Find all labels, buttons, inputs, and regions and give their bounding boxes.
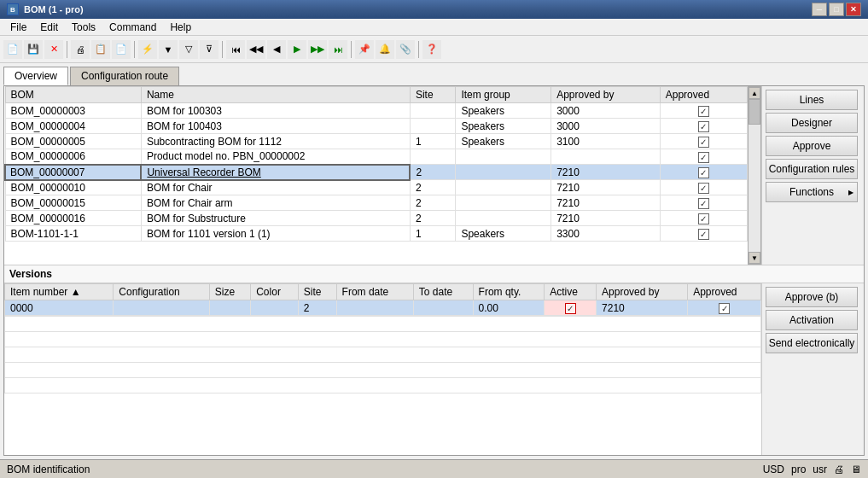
toolbar-delete[interactable]: ✕ [44,40,63,59]
send-electronically-button[interactable]: Send electronically [766,333,858,353]
vcol-size: Size [209,284,250,300]
approve-button[interactable]: Approve [766,136,858,156]
name-cell[interactable]: Universal Recorder BOM [141,165,410,180]
status-monitor-icon[interactable]: 🖥 [851,463,861,475]
approve-b-button[interactable]: Approve (b) [766,287,858,307]
col-itemgroup: Item group [456,87,551,103]
designer-button[interactable]: Designer [766,113,858,133]
name-cell[interactable]: BOM for 1101 version 1 (1) [141,226,410,242]
version-cell-3[interactable] [251,300,299,316]
vcol-active: Active [545,284,597,300]
approved-checkbox[interactable] [698,183,709,194]
approved-checkbox[interactable] [698,213,709,224]
approved-checkbox[interactable] [698,121,709,132]
toolbar-bell[interactable]: 🔔 [376,40,394,59]
approved-checkbox[interactable] [698,137,709,148]
version-cell-1[interactable] [114,300,209,316]
minimize-button[interactable]: ─ [812,3,827,16]
toolbar-prev-prev[interactable]: ◀◀ [247,40,265,59]
toolbar-save[interactable]: 💾 [24,40,43,59]
lines-button[interactable]: Lines [766,90,858,110]
toolbar-doc[interactable]: 📄 [112,40,131,59]
content-area: BOM Name Site Item group Approved by App… [3,85,865,456]
menu-help[interactable]: Help [163,20,198,34]
bom-cell[interactable]: BOM_00000010 [5,180,141,195]
scroll-track[interactable] [749,99,760,252]
scroll-down-arrow[interactable]: ▼ [749,252,760,264]
approved-cell [660,226,747,242]
version-cell-2[interactable] [209,300,250,316]
bom-cell[interactable]: BOM_00000003 [5,103,141,119]
version-cell-6[interactable] [413,300,473,316]
name-cell[interactable]: BOM for Substructure [141,211,410,226]
bom-cell[interactable]: BOM-1101-1-1 [5,226,141,242]
menu-command[interactable]: Command [102,20,163,34]
col-bom: BOM [5,87,141,103]
activation-button[interactable]: Activation [766,310,858,330]
vcol-approved: Approved [688,284,761,300]
app-icon: B [7,3,19,15]
toolbar-next-next[interactable]: ▶▶ [308,40,327,59]
name-cell[interactable]: BOM for 100303 [141,103,410,119]
status-print-icon[interactable]: 🖨 [834,463,844,475]
bom-cell[interactable]: BOM_00000016 [5,211,141,226]
approved-checkbox[interactable] [698,152,709,163]
toolbar-help[interactable]: ❓ [422,40,441,59]
approved-checkbox[interactable] [698,106,709,117]
window-title: BOM (1 - pro) [24,4,84,15]
toolbar-pin[interactable]: 📌 [355,40,374,59]
vcol-item-number[interactable]: Item number ▲ [5,284,114,300]
versions-table-container[interactable]: Item number ▲ Configuration Size Color S… [4,283,761,455]
bom-table-container[interactable]: BOM Name Site Item group Approved by App… [4,86,748,265]
configuration-rules-button[interactable]: Configuration rules [766,159,858,179]
version-active-cell [545,300,597,316]
bom-cell[interactable]: BOM_00000015 [5,195,141,211]
functions-button[interactable]: Functions ▶ [766,182,858,202]
approved-checkbox[interactable] [698,198,709,209]
menu-file[interactable]: File [3,20,33,34]
maximize-button[interactable]: □ [829,3,844,16]
toolbar-filter3[interactable]: ▽ [179,40,198,59]
approved-checkbox[interactable] [698,229,709,240]
version-cell-0[interactable]: 0000 [5,300,114,316]
approved-checkbox[interactable] [698,167,709,178]
bom-cell[interactable]: BOM_00000005 [5,134,141,149]
toolbar-filter1[interactable]: ⚡ [138,40,157,59]
bom-cell[interactable]: BOM_00000004 [5,119,141,134]
name-cell[interactable]: BOM for 100403 [141,119,410,134]
scroll-thumb[interactable] [749,99,760,125]
bom-cell[interactable]: BOM_00000007 [5,165,141,180]
tab-overview[interactable]: Overview [3,67,68,85]
vcol-from-date: From date [336,284,413,300]
toolbar-first[interactable]: ⏮ [226,40,245,59]
version-approved-checkbox[interactable] [719,303,730,314]
toolbar-copy[interactable]: 📋 [91,40,110,59]
bom-cell[interactable]: BOM_00000006 [5,149,141,165]
scroll-up-arrow[interactable]: ▲ [749,87,760,99]
toolbar-new[interactable]: 📄 [3,40,22,59]
version-cell-4[interactable]: 2 [298,300,336,316]
toolbar-attach[interactable]: 📎 [396,40,415,59]
approved-cell [660,165,747,180]
menu-bar: File Edit Tools Command Help [0,19,868,36]
name-cell[interactable]: BOM for Chair arm [141,195,410,211]
name-cell[interactable]: Subcontracting BOM for 1112 [141,134,410,149]
toolbar-filter4[interactable]: ⊽ [200,40,218,59]
close-button[interactable]: ✕ [846,3,861,16]
name-cell[interactable]: BOM for Chair [141,180,410,195]
version-active-checkbox[interactable] [565,303,576,314]
tab-configuration-route[interactable]: Configuration route [70,67,179,85]
toolbar-prev[interactable]: ◀ [267,40,286,59]
toolbar-next[interactable]: ▶ [288,40,306,59]
menu-edit[interactable]: Edit [33,20,65,34]
approvedby-cell: 3000 [551,103,661,119]
name-cell[interactable]: Product model no. PBN_00000002 [141,149,410,165]
version-cell-5[interactable] [336,300,413,316]
bom-scrollbar[interactable]: ▲ ▼ [748,86,761,265]
menu-tools[interactable]: Tools [65,20,102,34]
toolbar-filter2[interactable]: ▼ [159,40,178,59]
toolbar-print[interactable]: 🖨 [71,40,90,59]
site-cell [410,149,455,165]
version-cell-7[interactable]: 0.00 [473,300,545,316]
toolbar-last[interactable]: ⏭ [329,40,347,59]
